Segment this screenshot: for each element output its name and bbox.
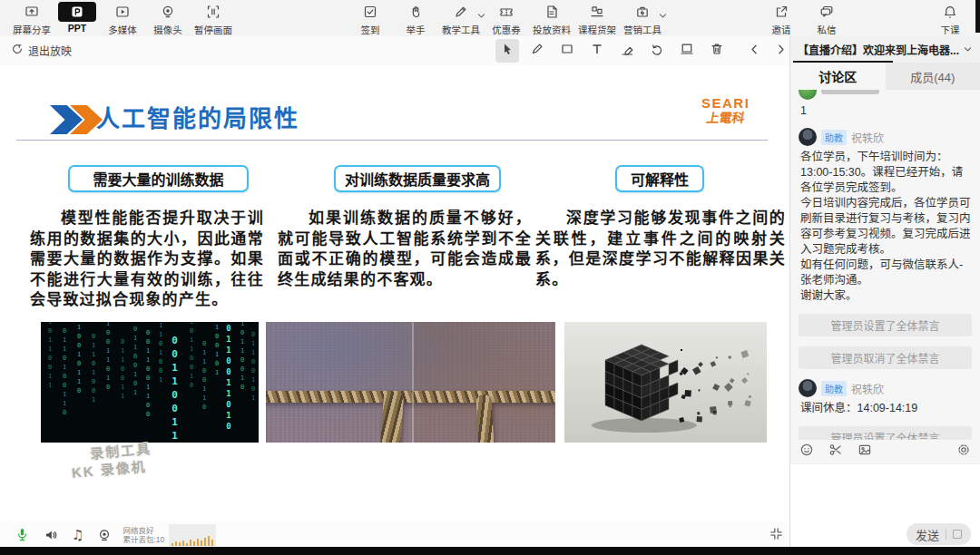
gear-icon[interactable] <box>956 443 971 461</box>
chevron-down-icon[interactable] <box>963 42 973 58</box>
toolbar-item-raise-hand[interactable]: 举手 <box>393 2 438 36</box>
role-badge: 助教 <box>821 381 847 396</box>
collapse-icon[interactable] <box>769 527 783 544</box>
coupon-icon <box>487 2 525 22</box>
toolbar-item-materials[interactable]: 投放资料 <box>529 2 574 36</box>
pause-screen-icon <box>194 2 232 22</box>
annotation-tool-eraser[interactable] <box>615 39 639 63</box>
emoji-icon[interactable] <box>799 443 814 461</box>
toolbar-item-label: 营销工具 <box>623 23 662 36</box>
toolbar-item-label: 邀请 <box>772 23 791 36</box>
chevron-down-icon <box>476 8 486 24</box>
avatar <box>799 128 817 146</box>
sidebar-tab-members[interactable]: 成员(44) <box>886 63 980 90</box>
matrix-binary-column: 101100101 <box>132 322 138 398</box>
toolbar-item-ppt[interactable]: PPT <box>54 2 100 36</box>
annotation-tool-pen[interactable] <box>525 39 549 63</box>
multimedia-icon <box>103 2 142 22</box>
annotation-tool-undo[interactable] <box>645 39 669 63</box>
annotation-toolbar <box>495 39 788 63</box>
annotation-tool-text-tool[interactable] <box>585 39 609 63</box>
chat-message: 1 <box>799 90 972 119</box>
matrix-binary-column: 1100101 <box>213 322 220 378</box>
matrix-binary-column: 01100110 <box>201 340 207 413</box>
next-slide-button[interactable] <box>774 43 788 60</box>
webinar-app-window: 屏幕分享 PPT 多媒体 摄像头 暂停画面 签到 举手 教学工具 优惠券 投放资… <box>0 0 980 555</box>
chat-input-area[interactable] <box>790 463 980 521</box>
ropes-image-seam <box>412 322 414 443</box>
toolbar-item-label: 教学工具 <box>442 23 480 36</box>
annotation-tools <box>495 39 729 63</box>
send-options-icon[interactable] <box>953 530 962 539</box>
toolbar-group-class-tools: 签到 举手 教学工具 优惠券 投放资料 课程货架 营销工具 <box>348 2 665 36</box>
dm-icon <box>808 2 846 22</box>
toolbar-item-camera[interactable]: 摄像头 <box>145 2 191 36</box>
sidebar-tab-discussion[interactable]: 讨论区 <box>790 63 886 90</box>
music-icon[interactable]: ♫ <box>72 527 83 543</box>
matrix-binary-column: 0110100110 <box>61 327 67 418</box>
toolbar-item-coupon[interactable]: 优惠券 <box>484 2 529 36</box>
teaching-tools-icon <box>442 2 480 22</box>
board-icon <box>680 42 694 60</box>
rope-vertical-right <box>475 394 494 443</box>
network-bar <box>186 543 188 546</box>
username: 祝轶欣 <box>851 381 884 396</box>
exit-presentation-label: 退出放映 <box>28 43 72 58</box>
toolbar-item-dm[interactable]: 私信 <box>804 2 849 36</box>
matrix-binary-column: 01101001 <box>157 322 163 385</box>
matrix-binary-column: 01100101 <box>250 331 256 404</box>
network-quality-bars <box>169 524 216 546</box>
toolbar-item-label: 举手 <box>407 23 426 36</box>
network-bar <box>172 543 173 546</box>
camera-icon <box>149 2 187 22</box>
toolbar-item-check-in[interactable]: 签到 <box>348 2 393 36</box>
scissors-icon[interactable] <box>828 443 843 461</box>
matrix-binary-column: 110010110 <box>75 322 82 396</box>
toolbar-item-label: 摄像头 <box>153 23 182 36</box>
toolbar-item-marketing-tools[interactable]: 营销工具 <box>620 2 665 36</box>
system-message: 管理员设置了全体禁言 <box>799 426 972 440</box>
network-bar <box>190 540 191 546</box>
toolbar-item-shelf[interactable]: 课程货架 <box>574 2 620 36</box>
network-bar <box>197 539 199 546</box>
live-intro-header[interactable]: 【直播介绍】欢迎来到上海电器... <box>790 36 980 63</box>
chat-message-list[interactable]: 1 助教 祝轶欣 各位学员，下午培训时间为：13:00-15:30。课程已经开始… <box>790 90 980 440</box>
annotation-tool-board[interactable] <box>675 39 699 63</box>
annotation-tool-rect[interactable] <box>555 39 579 63</box>
toolbar-item-pause-screen[interactable]: 暂停画面 <box>191 2 236 36</box>
image-icon[interactable] <box>858 443 872 461</box>
chat-message-text: 1 <box>800 103 972 119</box>
ppt-icon <box>58 2 96 22</box>
seari-logo: SEARI 上電科 <box>701 96 750 125</box>
toolbar-item-invite[interactable]: 邀请 <box>759 2 804 36</box>
slide-image-matrix-code: 1011001101101001101100101100110100110011… <box>41 322 259 443</box>
toolbar-item-screen-share[interactable]: 屏幕分享 <box>9 2 54 36</box>
toolbar-item-label: 多媒体 <box>108 23 137 36</box>
webcam-icon[interactable] <box>97 528 112 542</box>
send-row: 发送 <box>790 521 980 548</box>
toolbar-item-label: 课程货架 <box>578 23 616 36</box>
prev-slide-button[interactable] <box>748 43 761 60</box>
system-message: 管理员设置了全体禁言 <box>799 314 972 336</box>
annotation-tool-cursor[interactable] <box>495 39 519 63</box>
network-status: 网络良好 累计丢包:10 <box>122 526 164 544</box>
send-button[interactable]: 发送 <box>906 523 971 545</box>
microphone-icon[interactable] <box>15 527 30 542</box>
annotation-tool-trash[interactable] <box>705 39 729 63</box>
avatar <box>799 379 817 397</box>
matrix-binary-column: 001100110 <box>170 335 180 443</box>
toolbar-item-label: 私信 <box>818 23 837 36</box>
chat-message: 助教 祝轶欣 课间休息：14:09-14:19 <box>799 379 972 416</box>
toolbar-item-label: 投放资料 <box>533 23 571 36</box>
toolbar-item-end-class[interactable]: 下课 <box>927 2 973 36</box>
sidebar-tabs: 讨论区成员(44) <box>790 63 980 90</box>
slide-image-shattering-cube <box>564 322 767 443</box>
toolbar-item-multimedia[interactable]: 多媒体 <box>100 2 145 36</box>
toolbar-item-teaching-tools[interactable]: 教学工具 <box>438 2 484 36</box>
exit-presentation-button[interactable]: 退出放映 <box>11 43 72 58</box>
exit-presentation-icon <box>11 43 24 58</box>
speaker-icon[interactable] <box>44 528 58 542</box>
undo-icon <box>650 42 664 60</box>
limitation-paragraph-1: 如果训练数据的质量不够好，就可能导致人工智能系统学到不全面或不正确的模型，可能会… <box>278 209 532 290</box>
limitation-box-0: 需要大量的训练数据 <box>68 165 249 192</box>
